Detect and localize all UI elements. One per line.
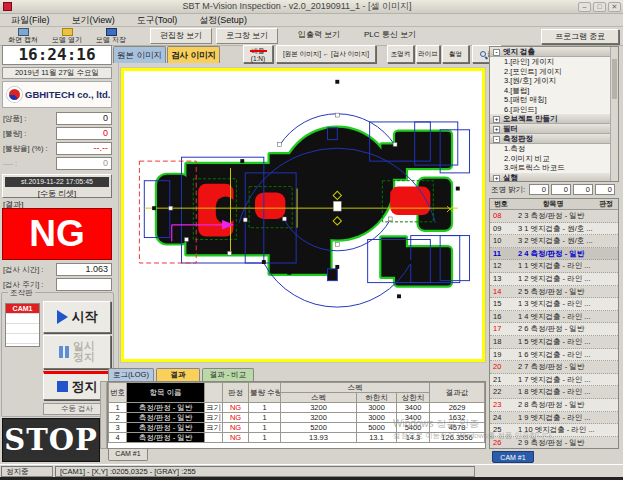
operation-panel: 조작판 CAM1 시작 일시 정지 정지 수동 검사 (1, 292, 114, 417)
light-on-button[interactable]: 조명켜기 (387, 45, 414, 63)
status-coordinates: [CAM1] - [X,Y] :0205,0325 - [GRAY] :255 (55, 466, 475, 477)
list-item[interactable]: 181 5 엣지검출 - 라인 ... (490, 336, 618, 349)
list-item[interactable]: 221 8 엣지검출 - 라인 ... (490, 386, 618, 399)
manual-reset-label[interactable]: [수동 리셋] (3, 189, 111, 199)
list-item[interactable]: 211 7 엣지검출 - 라인 ... (490, 374, 618, 387)
list-item[interactable]: 142 5 측정/판정 - 일반 (490, 286, 618, 299)
list-item[interactable]: 241 9 엣지검출 - 라인 ... (490, 412, 618, 425)
tree-section-header[interactable]: +실행 (490, 173, 610, 183)
program-exit-button[interactable]: 프로그램 종료 (541, 29, 619, 44)
list-item[interactable]: 191 6 엣지검출 - 라인 ... (490, 349, 618, 362)
tree-scrollbar[interactable] (610, 47, 618, 181)
plc-view-button[interactable]: PLC 통신 보기 (354, 28, 426, 44)
light-input-2[interactable]: 0 (551, 184, 571, 195)
grab-button[interactable]: 촬영 (442, 45, 469, 63)
pause-button[interactable]: 일시 정지 (43, 335, 111, 369)
expand-icon[interactable]: + (493, 116, 500, 123)
tree-item[interactable]: 1.[라인] 게이지 (490, 57, 610, 67)
list-item[interactable]: 103 2 엣지검출 - 원/호 ... (490, 235, 618, 248)
screen-capture-button[interactable]: 화면 캡쳐 (2, 27, 44, 46)
camera-item-empty[interactable] (6, 314, 39, 324)
tool-tree-panel[interactable]: -엣지 검출1.[라인] 게이지2.[포인트] 게이지3.[원/호] 게이지4.… (489, 46, 619, 182)
tab-source-image[interactable]: 원본 이미지 (113, 46, 166, 63)
reset-panel[interactable]: st.2019-11-22 17:05:45 [수동 리셋] (2, 174, 112, 198)
live-button[interactable]: 라이브 (416, 45, 440, 63)
list-item[interactable]: 093 1 엣지검출 - 원/호 ... (490, 223, 618, 236)
list-item[interactable]: 262 9 측정/판정 - 일반 (490, 437, 618, 449)
camera-list[interactable]: CAM1 (5, 303, 40, 347)
table-cam-tab[interactable]: CAM #1 (108, 449, 148, 461)
menu-item[interactable]: 도구(Tool) (126, 14, 189, 27)
tree-section-header[interactable]: -측정판정 (490, 134, 610, 144)
tree-item[interactable]: 5.[패턴 매칭] (490, 95, 610, 105)
tree-item[interactable]: 1.측정 (490, 144, 610, 154)
zoom-ratio-button[interactable]: 배율 (1:N) (243, 45, 273, 63)
save-model-button[interactable]: 모델 저장 (90, 27, 132, 46)
maximize-button[interactable]: □ (593, 2, 606, 12)
menu-item[interactable]: 설정(Setup) (188, 14, 258, 27)
logo-icon (7, 87, 22, 102)
minimize-button[interactable]: – (578, 2, 591, 12)
table-scrollbar[interactable] (100, 381, 107, 449)
result-table[interactable]: 번호 항목 이름 판정 불량 수량 스펙 결과값 스펙 하한치 상한치 1측정/… (107, 381, 486, 449)
table-row[interactable]: 1측정/판정 - 일반크기NG13200300034002629 (109, 403, 485, 413)
inspection-item-list[interactable]: 번호 항목명 판정 082 3 측정/판정 - 일반093 1 엣지검출 - 원… (489, 198, 619, 449)
tree-section-header[interactable]: -엣지 검출 (490, 47, 610, 57)
tab-result[interactable]: 결과 (156, 368, 200, 381)
menu-item[interactable]: 보기(View) (61, 14, 126, 27)
list-item[interactable]: 202 7 측정/판정 - 일반 (490, 361, 618, 374)
tree-item[interactable]: 2.이미지 비교 (490, 154, 610, 164)
list-item[interactable]: 232 8 측정/판정 - 일반 (490, 399, 618, 412)
io-view-button[interactable]: 입출력 보기 (290, 28, 348, 44)
tab-log[interactable]: 로그(LOG) (108, 368, 154, 381)
tree-item[interactable]: 4.[블럽] (490, 86, 610, 96)
col-spec-group: 스펙 (281, 383, 430, 393)
folder-icon (62, 28, 73, 36)
floppy-icon (106, 28, 117, 36)
camera-item[interactable]: CAM1 (6, 304, 39, 314)
close-button[interactable]: ✕ (608, 2, 621, 12)
list-item[interactable]: 082 3 측정/판정 - 일반 (490, 210, 618, 223)
list-item[interactable]: 151 3 엣지검출 - 라인 ... (490, 298, 618, 311)
menu-item[interactable]: 파일(File) (0, 14, 61, 27)
light-input-4[interactable]: 0 (595, 184, 615, 195)
magnifier-icon (480, 51, 486, 57)
open-model-button[interactable]: 모델 열기 (46, 27, 88, 46)
list-item[interactable]: 251 10 엣지검출 - 라인 ... (490, 424, 618, 437)
company-logo: GBHITECH co., ltd. (2, 81, 112, 108)
list-item[interactable]: 131 2 엣지검출 - 라인 ... (490, 273, 618, 286)
edit-view-button[interactable]: 편집창 보기 (150, 28, 212, 44)
table-row[interactable]: 4측정/판정 - 일반NG113.9313.114.3126.3556 (109, 433, 485, 443)
list-item[interactable]: 112 4 측정/판정 - 일반 (490, 248, 618, 261)
tree-item[interactable]: 3.[원/호] 게이지 (490, 76, 610, 86)
light-input-3[interactable]: 0 (573, 184, 593, 195)
light-input-1[interactable]: 0 (529, 184, 549, 195)
tree-section-header[interactable]: +필터 (490, 124, 610, 134)
log-view-button[interactable]: 로그창 보기 (216, 28, 278, 44)
tree-section-header[interactable]: +오브젝트 만들기 (490, 114, 610, 124)
counter-value: 0 (56, 112, 112, 125)
tree-item[interactable]: 3.매트릭스 바코드 (490, 163, 610, 173)
camera-item-empty[interactable] (6, 334, 39, 344)
title-bar: SBT M-Vision Inspection - v2.0_20190911_… (0, 0, 623, 14)
start-button[interactable]: 시작 (43, 301, 111, 333)
table-row[interactable]: 2측정/판정 - 일반크기NG13200300034001632 (109, 413, 485, 423)
expand-icon[interactable]: - (493, 49, 500, 56)
counter-row: [양품] :0 (2, 112, 112, 126)
camera-item-empty[interactable] (6, 324, 39, 334)
tree-item[interactable]: 6.[파인드] (490, 105, 610, 115)
expand-icon[interactable]: + (493, 175, 500, 182)
tab-inspect-image[interactable]: 검사 이미지 (167, 46, 220, 63)
toolbar: 화면 캡쳐 모델 열기 모델 저장 편집창 보기 로그창 보기 입출력 보기 P… (0, 27, 623, 46)
panel-cam-tab[interactable]: CAM #1 (492, 451, 534, 463)
list-item[interactable]: 172 6 측정/판정 - 일반 (490, 323, 618, 336)
expand-icon[interactable]: + (493, 126, 500, 133)
inspection-image-canvas[interactable] (121, 68, 485, 362)
expand-icon[interactable]: - (493, 136, 500, 143)
tree-item[interactable]: 2.[포인트] 게이지 (490, 67, 610, 77)
list-item[interactable]: 161 4 엣지검출 - 라인 ... (490, 311, 618, 324)
list-item[interactable]: 121 1 엣지검출 - 라인 ... (490, 260, 618, 273)
tab-result-compare[interactable]: 결과 - 비교 (202, 368, 254, 381)
copy-image-button[interactable]: [원본 이미지] ← [검사 이미지] (276, 45, 376, 63)
table-row[interactable]: 3측정/판정 - 일반크기NG15200500054004578 (109, 423, 485, 433)
